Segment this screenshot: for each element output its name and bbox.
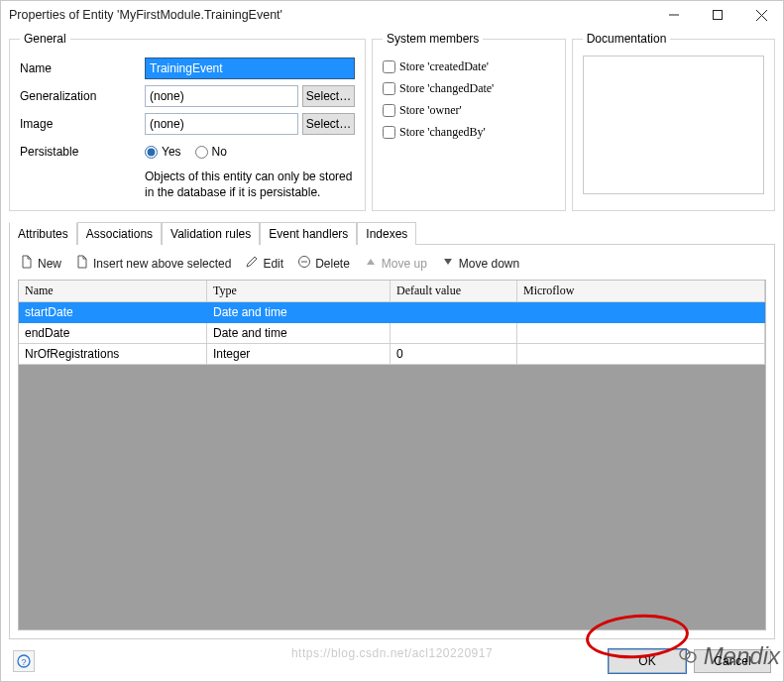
- image-select-button[interactable]: Select…: [302, 113, 355, 135]
- col-name[interactable]: Name: [19, 281, 207, 302]
- content: General Name Generalization Select… Imag: [1, 29, 783, 681]
- edit-button[interactable]: Edit: [245, 255, 283, 272]
- delete-button-label: Delete: [315, 257, 350, 271]
- table-row[interactable]: startDate Date and time: [19, 302, 765, 323]
- cancel-button[interactable]: Cancel: [694, 649, 771, 673]
- persistable-no-label: No: [212, 145, 227, 159]
- store-owner-label: Store 'owner': [399, 103, 462, 118]
- ok-button[interactable]: OK: [609, 649, 686, 673]
- new-button-label: New: [38, 257, 61, 271]
- move-down-button-label: Move down: [459, 257, 519, 271]
- tabs: Attributes Associations Validation rules…: [9, 221, 775, 244]
- cell-type: Integer: [207, 344, 391, 365]
- cell-microflow: [517, 344, 765, 365]
- store-changeddate-label: Store 'changedDate': [399, 81, 494, 96]
- store-changedby-label: Store 'changedBy': [399, 125, 486, 140]
- store-changedby-row[interactable]: Store 'changedBy': [383, 121, 555, 143]
- delete-button[interactable]: Delete: [297, 255, 350, 272]
- help-button[interactable]: ?: [13, 650, 35, 672]
- window: Properties of Entity 'MyFirstModule.Trai…: [0, 0, 784, 682]
- pencil-icon: [245, 255, 259, 272]
- system-members-group: System members Store 'createdDate' Store…: [372, 32, 566, 211]
- table-row[interactable]: endDate Date and time: [19, 323, 765, 344]
- svg-rect-1: [714, 11, 723, 20]
- store-owner-checkbox[interactable]: [383, 104, 395, 117]
- cell-name: endDate: [19, 323, 207, 344]
- general-group: General Name Generalization Select… Imag: [9, 32, 366, 211]
- cell-default: 0: [391, 344, 517, 365]
- close-button[interactable]: [739, 1, 783, 29]
- cell-name: startDate: [19, 302, 207, 323]
- system-members-legend: System members: [383, 32, 483, 46]
- persistable-yes-radio[interactable]: [145, 146, 158, 159]
- cell-name: NrOfRegistrations: [19, 344, 207, 365]
- delete-icon: [297, 255, 311, 272]
- toolbar: New Insert new above selected Edit: [18, 253, 766, 280]
- triangle-down-icon: [441, 255, 455, 272]
- grid-header: Name Type Default value Microflow: [19, 281, 765, 302]
- general-legend: General: [20, 32, 70, 46]
- store-createddate-row[interactable]: Store 'createdDate': [383, 56, 555, 77]
- grid-body: startDate Date and time endDate Date and…: [19, 302, 765, 629]
- image-input[interactable]: [145, 113, 298, 135]
- generalization-label: Generalization: [20, 89, 145, 103]
- tab-validation-rules[interactable]: Validation rules: [162, 222, 260, 245]
- cell-default: [391, 323, 517, 344]
- col-type[interactable]: Type: [207, 281, 391, 302]
- insert-button[interactable]: Insert new above selected: [75, 255, 231, 272]
- persistable-yes-option[interactable]: Yes: [145, 145, 181, 159]
- attributes-pane: New Insert new above selected Edit: [9, 244, 775, 639]
- image-label: Image: [20, 117, 145, 131]
- cell-default: [391, 302, 517, 323]
- documentation-legend: Documentation: [583, 32, 671, 46]
- persistable-yes-label: Yes: [162, 145, 181, 159]
- move-up-button-label: Move up: [382, 257, 427, 271]
- cell-microflow: [517, 323, 765, 344]
- store-changeddate-checkbox[interactable]: [383, 82, 395, 95]
- minimize-button[interactable]: [652, 1, 696, 29]
- store-owner-row[interactable]: Store 'owner': [383, 99, 555, 121]
- persistable-no-option[interactable]: No: [195, 145, 227, 159]
- window-controls: [652, 1, 783, 29]
- store-createddate-checkbox[interactable]: [383, 60, 395, 73]
- generalization-select-button[interactable]: Select…: [302, 85, 355, 107]
- name-input[interactable]: [145, 57, 355, 79]
- name-label: Name: [20, 61, 145, 75]
- triangle-up-icon: [364, 255, 378, 272]
- cell-type: Date and time: [207, 323, 391, 344]
- new-button[interactable]: New: [20, 255, 61, 272]
- col-microflow[interactable]: Microflow: [517, 281, 765, 302]
- edit-button-label: Edit: [263, 257, 283, 271]
- persistable-help: Objects of this entity can only be store…: [145, 169, 355, 200]
- titlebar: Properties of Entity 'MyFirstModule.Trai…: [1, 1, 783, 29]
- window-title: Properties of Entity 'MyFirstModule.Trai…: [9, 8, 282, 22]
- new-file-icon: [20, 255, 34, 272]
- cell-microflow: [517, 302, 765, 323]
- move-up-button[interactable]: Move up: [364, 255, 427, 272]
- maximize-button[interactable]: [696, 1, 739, 29]
- tab-associations[interactable]: Associations: [77, 222, 162, 245]
- persistable-no-radio[interactable]: [195, 146, 208, 159]
- new-file-icon: [75, 255, 89, 272]
- move-down-button[interactable]: Move down: [441, 255, 519, 272]
- col-default[interactable]: Default value: [391, 281, 517, 302]
- footer: ? OK Cancel: [9, 639, 775, 673]
- store-changedby-checkbox[interactable]: [383, 126, 395, 139]
- attributes-grid: Name Type Default value Microflow startD…: [18, 280, 766, 630]
- store-changeddate-row[interactable]: Store 'changedDate': [383, 77, 555, 99]
- svg-text:?: ?: [21, 657, 26, 667]
- tab-indexes[interactable]: Indexes: [357, 222, 416, 245]
- cell-type: Date and time: [207, 302, 391, 323]
- tab-event-handlers[interactable]: Event handlers: [260, 222, 357, 245]
- documentation-group: Documentation: [572, 32, 775, 211]
- table-row[interactable]: NrOfRegistrations Integer 0: [19, 344, 765, 365]
- tab-attributes[interactable]: Attributes: [9, 222, 77, 245]
- store-createddate-label: Store 'createdDate': [399, 59, 489, 74]
- documentation-textarea[interactable]: [583, 56, 764, 194]
- insert-button-label: Insert new above selected: [93, 257, 231, 271]
- generalization-input[interactable]: [145, 85, 298, 107]
- persistable-label: Persistable: [20, 145, 145, 159]
